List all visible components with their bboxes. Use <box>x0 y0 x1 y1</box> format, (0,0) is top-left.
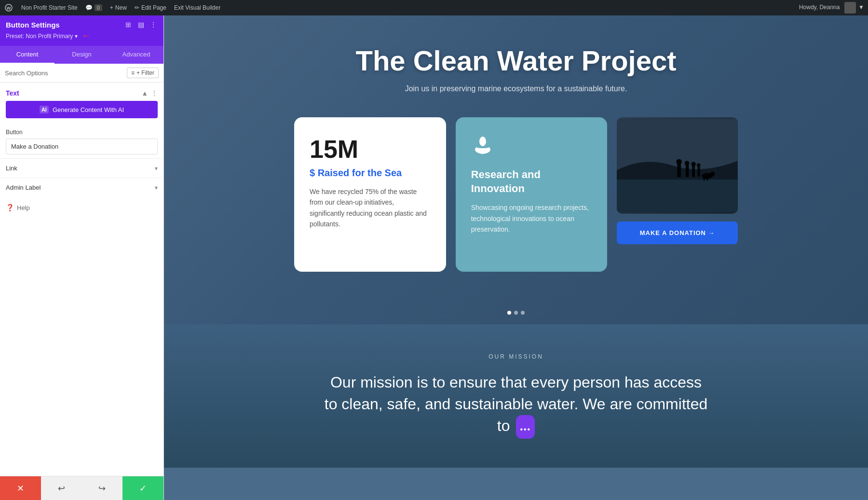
more-icon[interactable]: ⋮ <box>149 20 158 29</box>
cancel-icon: ✕ <box>17 483 24 494</box>
undo-icon: ↩ <box>58 483 65 494</box>
edit-page-label: Edit Page <box>141 4 166 11</box>
columns-icon[interactable]: ▤ <box>136 20 145 29</box>
panel-search-bar: ≡ + Filter <box>0 64 163 83</box>
new-label: New <box>115 4 127 11</box>
wp-icon[interactable]: W <box>4 3 14 13</box>
grid-icon[interactable]: ⊞ <box>124 20 133 29</box>
admin-bar: W Non Profit Starter Site 💬 0 + New ✏ Ed… <box>0 0 868 15</box>
filter-button[interactable]: ≡ + Filter <box>127 68 159 78</box>
dot-2[interactable] <box>514 311 518 315</box>
bottom-toolbar: ✕ ↩ ↪ ✓ <box>0 476 163 500</box>
svg-point-11 <box>692 162 696 167</box>
admin-label-section-header[interactable]: Admin Label ▾ <box>6 184 158 191</box>
edit-page-link[interactable]: ✏ Edit Page <box>135 4 166 11</box>
panel-content: Text ▲ ⋮ AI Generate Content With AI But… <box>0 83 163 476</box>
text-section-title: Text <box>6 89 19 97</box>
panel-header: Button Settings ⊞ ▤ ⋮ Preset: Non Profit… <box>0 15 163 46</box>
svg-rect-16 <box>704 176 705 181</box>
undo-button[interactable]: ↩ <box>41 476 82 500</box>
collapse-icon[interactable]: ▲ <box>141 89 148 97</box>
research-card-text: Showcasing ongoing research projects, te… <box>471 202 592 235</box>
site-name-label: Non Profit Starter Site <box>21 4 78 11</box>
button-field-label: Button <box>6 129 158 136</box>
redo-icon: ↪ <box>98 483 106 494</box>
ai-generate-button[interactable]: AI Generate Content With AI <box>6 101 158 118</box>
user-greeting: Howdy, Deanna ▼ <box>799 2 864 14</box>
svg-point-13 <box>697 163 701 167</box>
help-section[interactable]: ❓ Help <box>0 197 163 218</box>
stat-number: 15M <box>310 135 431 164</box>
link-section-title: Link <box>6 165 17 172</box>
link-section: Link ▾ <box>0 158 163 178</box>
link-section-header[interactable]: Link ▾ <box>6 165 158 172</box>
donate-card-area: MAKE A DONATION → <box>617 117 738 244</box>
water-hand-icon <box>471 135 592 162</box>
admin-label-section: Admin Label ▾ <box>0 178 163 197</box>
preset-label: Preset: Non Profit Primary <box>6 33 73 40</box>
text-section-more-icon[interactable]: ⋮ <box>151 89 158 97</box>
panel-tabs: Content Design Advanced <box>0 46 163 64</box>
donate-button-label: MAKE A DONATION → <box>640 229 715 236</box>
hero-subtitle: Join us in preserving marine ecosystems … <box>405 84 627 93</box>
tab-design[interactable]: Design <box>54 46 109 64</box>
left-panel: Button Settings ⊞ ▤ ⋮ Preset: Non Profit… <box>0 15 164 500</box>
preset-selector[interactable]: Preset: Non Profit Primary ▾ ← <box>6 31 158 41</box>
research-card: Research and Innovation Showcasing ongoi… <box>456 117 608 272</box>
carousel-dots <box>507 311 525 315</box>
mission-section-label: OUR MISSION <box>183 353 849 360</box>
svg-text:W: W <box>7 6 11 11</box>
svg-point-7 <box>677 159 682 165</box>
comment-icon: 💬 <box>85 4 93 11</box>
svg-rect-6 <box>678 163 681 177</box>
cards-row: 15M $ Raised for the Sea We have recycle… <box>294 117 738 272</box>
exit-builder-label: Exit Visual Builder <box>174 4 221 11</box>
help-label: Help <box>17 204 30 211</box>
link-chevron-icon: ▾ <box>155 165 158 172</box>
svg-point-9 <box>685 161 690 166</box>
landscape-image <box>617 117 738 214</box>
hero-section: The Clean Water Project Join us in prese… <box>164 15 868 324</box>
cancel-button[interactable]: ✕ <box>0 476 41 500</box>
svg-point-2 <box>479 137 486 146</box>
button-text-input[interactable] <box>6 139 158 154</box>
save-button[interactable]: ✓ <box>122 476 163 500</box>
stat-label: $ Raised for the Sea <box>310 167 431 179</box>
plus-icon: + <box>110 4 113 11</box>
red-arrow-indicator: ← <box>81 31 90 41</box>
dot-3[interactable] <box>521 311 525 315</box>
user-avatar <box>844 2 856 14</box>
site-name-link[interactable]: Non Profit Starter Site <box>21 4 78 11</box>
help-icon: ❓ <box>6 204 14 211</box>
text-section-actions: ▲ ⋮ <box>141 89 158 97</box>
mission-section: OUR MISSION Our mission is to ensure tha… <box>164 324 868 468</box>
svg-rect-10 <box>692 166 695 177</box>
dot-1[interactable] <box>507 311 511 315</box>
tab-advanced[interactable]: Advanced <box>109 46 163 64</box>
text-section-header: Text ▲ ⋮ <box>0 83 163 101</box>
hero-title: The Clean Water Project <box>355 44 676 77</box>
tab-content[interactable]: Content <box>0 46 54 64</box>
panel-title: Button Settings <box>6 21 60 29</box>
panel-header-icons: ⊞ ▤ ⋮ <box>124 20 158 29</box>
ai-badge-icon: AI <box>40 106 49 113</box>
exit-builder-link[interactable]: Exit Visual Builder <box>174 4 221 11</box>
search-input[interactable] <box>5 69 124 77</box>
svg-rect-12 <box>698 167 700 177</box>
preset-dropdown-icon: ▾ <box>75 33 78 40</box>
research-card-title: Research and Innovation <box>471 168 592 195</box>
stat-card: 15M $ Raised for the Sea We have recycle… <box>294 117 446 272</box>
donate-button[interactable]: MAKE A DONATION → <box>617 222 738 244</box>
stat-description: We have recycled 75% of the waste from o… <box>310 186 431 230</box>
svg-rect-5 <box>617 180 738 212</box>
pencil-icon: ✏ <box>135 4 139 11</box>
right-content: The Clean Water Project Join us in prese… <box>164 15 868 500</box>
redo-button[interactable]: ↪ <box>82 476 123 500</box>
comments-link[interactable]: 💬 0 <box>85 4 102 11</box>
button-field-section: Button <box>0 125 163 158</box>
filter-icon: ≡ <box>131 69 135 76</box>
admin-label-chevron-icon: ▾ <box>155 184 158 191</box>
new-link[interactable]: + New <box>110 4 127 11</box>
user-dropdown-icon[interactable]: ▼ <box>858 4 864 11</box>
ai-generate-label: Generate Content With AI <box>53 106 124 113</box>
